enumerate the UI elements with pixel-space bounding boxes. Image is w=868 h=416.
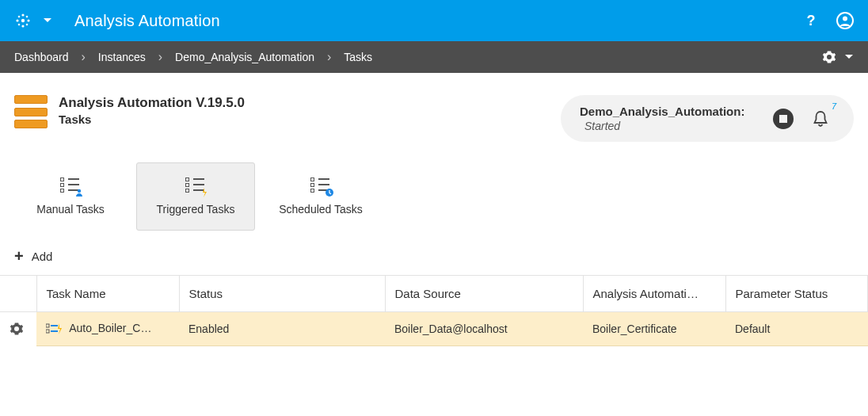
chevron-right-icon: › [158,50,162,64]
svg-rect-14 [46,324,49,327]
server-stack-icon [14,95,48,128]
svg-text:?: ? [807,13,816,29]
svg-point-4 [27,19,29,21]
breadcrumb-bar: Dashboard › Instances › Demo_Analysis_Au… [0,41,868,73]
chevron-right-icon: › [82,50,86,64]
tab-triggered-tasks[interactable]: Triggered Tasks [136,162,255,231]
svg-point-8 [26,24,29,26]
svg-point-3 [16,19,18,21]
cell-task-name: Auto_Boiler_C… [36,312,179,346]
tab-label: Triggered Tasks [157,203,235,216]
account-icon[interactable] [836,12,854,29]
cell-automation: Boiler_Certificate [583,312,725,346]
tab-scheduled-tasks[interactable]: Scheduled Tasks [261,162,380,231]
table-header[interactable]: Task Name [36,276,179,312]
breadcrumb-item[interactable]: Dashboard [14,51,69,63]
svg-point-1 [21,13,24,16]
product-title: Analysis Automation V.19.5.0 [59,95,245,111]
table-header[interactable]: Parameter Status [725,276,868,312]
svg-point-5 [18,16,21,18]
add-task-button[interactable]: + Add [0,231,868,275]
chevron-right-icon: › [327,50,331,64]
table-header-actions [0,276,36,312]
stop-button[interactable] [773,109,794,129]
cell-param-status: Default [725,312,868,346]
tab-label: Manual Tasks [36,203,104,216]
tab-manual-tasks[interactable]: Manual Tasks [11,162,130,231]
svg-rect-15 [46,330,49,333]
help-icon[interactable]: ? [803,13,819,29]
instance-name: Demo_Analysis_Automation: [580,105,744,118]
instance-state: Started [584,120,744,132]
section-title: Tasks [59,113,245,126]
notification-count: 7 [832,101,836,111]
svg-point-2 [21,25,24,27]
triggered-tasks-icon [185,177,206,195]
table-header[interactable]: Analysis Automati… [583,276,725,312]
app-menu-chevron-icon[interactable] [43,16,52,25]
table-row[interactable]: Auto_Boiler_C… Enabled Boiler_Data@local… [0,312,868,346]
app-header: Analysis Automation ? [0,0,868,41]
breadcrumb-item[interactable]: Tasks [344,51,372,63]
svg-rect-16 [51,325,58,326]
app-title: Analysis Automation [74,12,220,30]
add-label: Add [32,250,53,263]
manual-tasks-icon [60,177,81,195]
table-header-row: Task Name Status Data Source Analysis Au… [0,276,868,312]
svg-point-12 [78,189,81,193]
plus-icon: + [14,248,24,264]
stop-icon [779,115,787,123]
notifications-button[interactable]: 7 [811,109,830,128]
svg-point-6 [26,16,29,18]
cell-status: Enabled [179,312,385,346]
svg-point-7 [18,24,21,26]
scheduled-tasks-icon [310,177,331,195]
app-logo-icon[interactable] [14,12,32,29]
cell-data-source: Boiler_Data@localhost [385,312,583,346]
task-type-tabs: Manual Tasks Triggered Tasks Scheduled T… [0,150,868,231]
table-header[interactable]: Status [179,276,385,312]
settings-chevron-icon[interactable] [844,52,854,62]
breadcrumb-item[interactable]: Instances [98,51,146,63]
svg-point-0 [21,19,25,22]
svg-point-11 [843,17,847,21]
table-header[interactable]: Data Source [385,276,583,312]
page-header: Analysis Automation V.19.5.0 Tasks Demo_… [0,73,868,150]
tab-label: Scheduled Tasks [279,203,363,216]
breadcrumb-item[interactable]: Demo_Analysis_Automation [175,51,314,63]
row-settings-cell[interactable] [0,312,36,346]
settings-gear-icon[interactable] [822,50,836,64]
task-trigger-icon [46,323,62,336]
tasks-table: Task Name Status Data Source Analysis Au… [0,275,868,346]
gear-icon [10,322,24,336]
svg-rect-17 [51,330,58,332]
instance-status-pill: Demo_Analysis_Automation: Started 7 [561,95,854,142]
